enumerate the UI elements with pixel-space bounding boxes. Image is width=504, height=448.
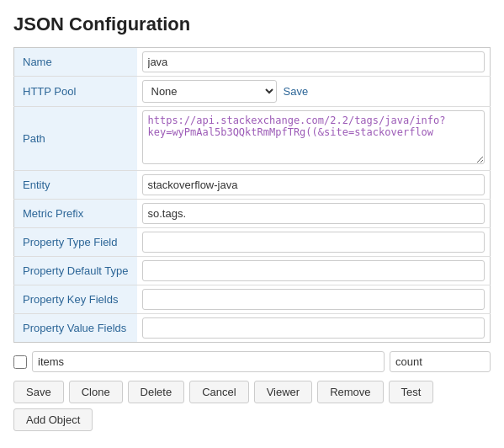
property-value-fields-row: Property Value Fields: [14, 314, 491, 343]
property-key-fields-input-cell: [137, 285, 491, 314]
name-label: Name: [14, 48, 137, 77]
property-value-fields-field[interactable]: [142, 317, 485, 339]
items-checkbox[interactable]: [13, 355, 27, 369]
path-label: Path: [14, 107, 137, 171]
entity-label: Entity: [14, 171, 137, 200]
property-key-fields-label: Property Key Fields: [14, 285, 137, 314]
http-pool-label: HTTP Pool: [14, 77, 137, 107]
items-field[interactable]: [32, 351, 385, 372]
config-form-table: Name HTTP Pool None Save: [13, 47, 491, 343]
cancel-button[interactable]: Cancel: [189, 381, 248, 403]
property-value-fields-label: Property Value Fields: [14, 314, 137, 343]
path-row: Path https://api.stackexchange.com/2.2/t…: [14, 107, 491, 171]
path-input-cell: https://api.stackexchange.com/2.2/tags/j…: [137, 107, 491, 171]
metric-prefix-input-cell: [137, 200, 491, 228]
delete-button[interactable]: Delete: [128, 381, 185, 403]
test-button[interactable]: Test: [389, 381, 434, 403]
path-textarea-wrapper: https://api.stackexchange.com/2.2/tags/j…: [142, 110, 485, 167]
property-value-fields-input-cell: [137, 314, 491, 343]
entity-row: Entity: [14, 171, 491, 200]
save-button[interactable]: Save: [13, 381, 64, 403]
metric-prefix-field[interactable]: [142, 203, 485, 224]
property-key-fields-row: Property Key Fields: [14, 285, 491, 314]
name-field[interactable]: [142, 51, 485, 72]
name-row: Name: [14, 48, 491, 77]
property-type-field-label: Property Type Field: [14, 228, 137, 257]
metric-prefix-row: Metric Prefix: [14, 200, 491, 228]
metric-prefix-label: Metric Prefix: [14, 200, 137, 228]
action-buttons: Save Clone Delete Cancel Viewer Remove T…: [13, 381, 491, 431]
add-object-button[interactable]: Add Object: [13, 408, 93, 431]
remove-button[interactable]: Remove: [317, 381, 383, 403]
property-type-field-row: Property Type Field: [14, 228, 491, 257]
property-type-field[interactable]: [142, 232, 485, 253]
page-title: JSON Configuration: [13, 13, 491, 35]
viewer-button[interactable]: Viewer: [254, 381, 313, 403]
http-pool-input-cell: None Save: [137, 77, 491, 107]
property-key-fields-field[interactable]: [142, 289, 485, 310]
property-default-type-label: Property Default Type: [14, 257, 137, 285]
count-field[interactable]: [390, 351, 491, 372]
property-default-type-field[interactable]: [142, 260, 485, 281]
add-new-link[interactable]: Save: [284, 85, 309, 98]
bottom-row: [13, 351, 491, 372]
clone-button[interactable]: Clone: [69, 381, 123, 403]
entity-field[interactable]: [142, 174, 485, 195]
property-default-type-input-cell: [137, 257, 491, 285]
path-field[interactable]: https://api.stackexchange.com/2.2/tags/j…: [142, 110, 485, 164]
http-pool-select[interactable]: None: [142, 80, 277, 103]
entity-input-cell: [137, 171, 491, 200]
http-pool-row: HTTP Pool None Save: [14, 77, 491, 107]
page-container: JSON Configuration Name HTTP Pool None: [0, 0, 504, 441]
name-input-cell: [137, 48, 491, 77]
http-pool-row-inner: None Save: [142, 80, 485, 103]
property-default-type-row: Property Default Type: [14, 257, 491, 285]
property-type-field-input-cell: [137, 228, 491, 257]
